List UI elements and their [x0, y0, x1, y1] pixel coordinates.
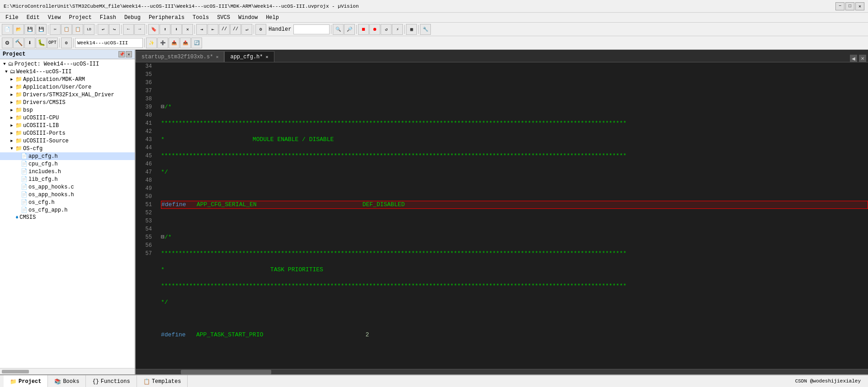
menu-flash[interactable]: Flash	[96, 14, 120, 22]
tree-ucosiii-lib[interactable]: ▶ 📁 uCOSIII-LIB	[0, 122, 135, 129]
tree-ucosiii-source[interactable]: ▶ 📁 uCOSIII-Source	[0, 137, 135, 145]
record-btn[interactable]: ⏺	[369, 24, 380, 35]
power-btn[interactable]: ⚡	[392, 24, 403, 35]
expand-bsp[interactable]: ▶	[9, 108, 14, 113]
tree-week14[interactable]: ▼ 🗂 Week14---ucOS-III	[0, 68, 135, 76]
status-tab-project[interactable]: 📁 Project	[4, 375, 48, 387]
menu-file[interactable]: File	[2, 14, 22, 22]
close-button[interactable]: ✕	[855, 2, 864, 10]
code-editor[interactable]: 34 35 36 37 38 39 40 41 42 43 44 45 46 4…	[136, 62, 868, 369]
magic-btn[interactable]: ✨	[146, 38, 157, 48]
code-content[interactable]: ⊟/* ************************************…	[158, 62, 868, 369]
expand-root[interactable]: ▼	[2, 61, 7, 67]
expand-app-user[interactable]: ▶	[9, 85, 14, 90]
prev-bookmark-btn[interactable]: ⬆	[160, 24, 170, 35]
handler-dropdown[interactable]	[293, 24, 330, 34]
tree-os-cfg-h[interactable]: 📄 os_cfg.h	[0, 198, 135, 206]
export-btn[interactable]: 📤	[180, 38, 191, 48]
save-all-btn[interactable]: 💾	[36, 24, 47, 35]
panel-pin-btn[interactable]: 📌	[118, 51, 125, 57]
expand-drivers-cmsis[interactable]: ▶	[9, 100, 14, 105]
reset-btn[interactable]: ↺	[381, 24, 392, 35]
tree-cpu-cfg[interactable]: 📄 cpu_cfg.h	[0, 160, 135, 168]
download-btn[interactable]: ⬇	[24, 38, 35, 48]
maximize-button[interactable]: □	[845, 2, 854, 10]
paste-btn[interactable]: 📋	[72, 24, 83, 35]
menu-peripherals[interactable]: Peripherals	[145, 14, 188, 22]
tree-ucosiii-ports[interactable]: ▶ 📁 uCOSIII-Ports	[0, 129, 135, 137]
editor-scrollbar[interactable]	[136, 369, 868, 374]
scrollbar-thumb[interactable]	[181, 370, 271, 374]
inspect-btn[interactable]: 🔎	[344, 24, 355, 35]
copy-btn[interactable]: 📋	[61, 24, 72, 35]
tree-bsp[interactable]: ▶ 📁 bsp	[0, 106, 135, 114]
tab-app-cfg[interactable]: app_cfg.h* ✕	[224, 51, 274, 62]
tree-cmsis[interactable]: ♦ CMSIS	[0, 214, 135, 221]
clear-bookmark-btn[interactable]: ✕	[182, 24, 193, 35]
build-btn[interactable]: ⚙	[2, 38, 13, 48]
menu-tools[interactable]: Tools	[189, 14, 212, 22]
tree-project-root[interactable]: ▼ 🗂 Project: Week14---ucOS-III	[0, 60, 135, 68]
tab-startup[interactable]: startup_stm32f103xb.s* ✕	[136, 51, 224, 62]
tree-os-app-hooks-c[interactable]: 📄 os_app_hooks.c	[0, 183, 135, 191]
tree-includes[interactable]: 📄 includes.h	[0, 168, 135, 175]
tree-app-cfg-h[interactable]: 📄 app_cfg.h	[0, 152, 135, 160]
search-btn[interactable]: 🔍	[333, 24, 344, 35]
target-options-btn[interactable]: OPT	[47, 38, 58, 48]
cut-btn[interactable]: ✂	[50, 24, 61, 35]
tree-drivers-cmsis[interactable]: ▶ 📁 Drivers/CMSIS	[0, 99, 135, 106]
wrap-btn[interactable]: ↵	[241, 24, 252, 35]
config-wizard-btn[interactable]: ⚙	[61, 38, 72, 48]
minimize-button[interactable]: −	[835, 2, 844, 10]
load-btn[interactable]: LD	[84, 24, 94, 35]
status-tab-templates[interactable]: 📋 Templates	[137, 375, 188, 387]
uncomment-btn[interactable]: //	[230, 24, 241, 35]
view-mode-btn[interactable]: ▦	[406, 24, 417, 35]
tree-app-user[interactable]: ▶ 📁 Application/User/Core	[0, 83, 135, 91]
expand-drivers-hal[interactable]: ▶	[9, 92, 14, 98]
menu-debug[interactable]: Debug	[121, 14, 144, 22]
unindent-btn[interactable]: ⇤	[208, 24, 218, 35]
debug-btn[interactable]: 🐛	[36, 38, 47, 48]
expand-ucosiii-source[interactable]: ▶	[9, 138, 14, 144]
menu-edit[interactable]: Edit	[23, 14, 43, 22]
tab-app-cfg-close[interactable]: ✕	[265, 54, 268, 60]
menu-project[interactable]: Project	[65, 14, 95, 22]
expand-os-cfg[interactable]: ▼	[9, 146, 14, 151]
bookmark-btn[interactable]: 🔖	[148, 24, 159, 35]
save-btn[interactable]: 💾	[24, 24, 35, 35]
next-bookmark-btn[interactable]: ⬇	[171, 24, 182, 35]
expand-ucosiii-ports[interactable]: ▶	[9, 131, 14, 136]
redo-btn[interactable]: ↪	[109, 24, 120, 35]
settings-btn[interactable]: 🔧	[420, 24, 431, 35]
target-dropdown[interactable]: Week14---ucOS-III	[75, 38, 143, 48]
expand-app-mdk[interactable]: ▶	[9, 77, 14, 82]
tree-os-cfg[interactable]: ▼ 📁 OS-cfg	[0, 145, 135, 152]
panel-scroll[interactable]	[0, 368, 135, 374]
open-file-btn[interactable]: 📂	[13, 24, 24, 35]
menu-svcs[interactable]: SVCS	[213, 14, 234, 22]
tab-close-all[interactable]: ✕	[859, 55, 866, 62]
refresh-btn[interactable]: 🔄	[191, 38, 202, 48]
tree-os-app-hooks-h[interactable]: 📄 os_app_hooks.h	[0, 191, 135, 198]
panel-close-btn[interactable]: ✕	[126, 51, 132, 57]
tab-startup-close[interactable]: ✕	[216, 54, 218, 60]
menu-view[interactable]: View	[44, 14, 65, 22]
tree-app-mdk[interactable]: ▶ 📁 Application/MDK-ARM	[0, 76, 135, 83]
rebuild-btn[interactable]: 🔨	[13, 38, 24, 48]
expand-ucosiii-cpu[interactable]: ▶	[9, 115, 14, 121]
nav-fwd-btn[interactable]: →	[134, 24, 145, 35]
expand-week14[interactable]: ▼	[4, 69, 9, 75]
status-tab-functions[interactable]: {} Functions	[86, 375, 137, 387]
new-file-btn[interactable]: 📄	[2, 24, 13, 35]
status-tab-books[interactable]: 📚 Books	[48, 375, 86, 387]
tree-ucosiii-cpu[interactable]: ▶ 📁 uCOSIII-CPU	[0, 114, 135, 122]
tree-lib-cfg[interactable]: 📄 lib_cfg.h	[0, 175, 135, 183]
menu-window[interactable]: Window	[235, 14, 261, 22]
tree-drivers-hal[interactable]: ▶ 📁 Drivers/STM32F1xx_HAL_Driver	[0, 91, 135, 99]
import-btn[interactable]: 📥	[169, 38, 179, 48]
tree-os-cfg-app[interactable]: 📄 os_cfg_app.h	[0, 206, 135, 214]
tab-scroll-left[interactable]: ◀	[850, 55, 857, 62]
menu-help[interactable]: Help	[262, 14, 283, 22]
nav-back-btn[interactable]: ←	[123, 24, 134, 35]
